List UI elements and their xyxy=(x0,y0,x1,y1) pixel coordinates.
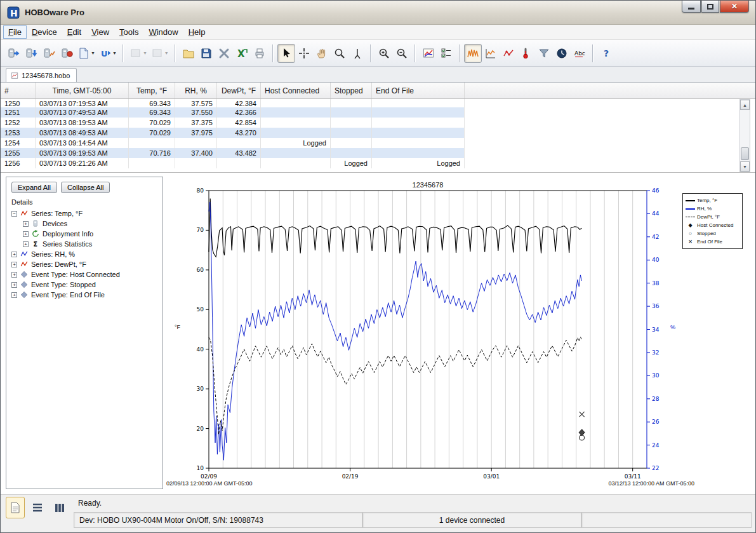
help-button[interactable]: ? xyxy=(597,44,615,63)
expand-node-icon[interactable]: + xyxy=(11,252,17,257)
crosshair-tool-button[interactable] xyxy=(295,44,313,63)
close-button[interactable]: ✕ xyxy=(720,1,749,13)
pointer-tool-button[interactable] xyxy=(277,44,295,63)
recent-files-menu-button[interactable]: ▼ xyxy=(76,44,97,63)
column-header-time[interactable]: Time, GMT-05:00 xyxy=(36,83,129,98)
menu-tools[interactable]: Tools xyxy=(114,25,143,39)
smart-cursor-tool-button[interactable] xyxy=(348,44,366,63)
plot-svg[interactable]: 1020304050607080222426283032343638404244… xyxy=(164,173,753,494)
expand-node-icon[interactable]: + xyxy=(11,272,17,278)
expand-node-icon[interactable]: + xyxy=(11,282,17,288)
zoom-tool-button[interactable] xyxy=(331,44,348,63)
plot-area: 1020304050607080222426283032343638404244… xyxy=(164,173,753,494)
shift-time-button[interactable] xyxy=(553,44,571,63)
menu-help[interactable]: Help xyxy=(183,25,211,39)
cell-time: 03/07/13 08:19:53 AM xyxy=(36,118,129,128)
export-data-button[interactable]: X xyxy=(233,44,251,63)
menu-file[interactable]: File xyxy=(3,25,27,39)
column-header-rh[interactable]: RH, % xyxy=(175,83,217,98)
expand-all-button[interactable]: Expand All xyxy=(11,182,57,193)
table-row[interactable]: 125203/07/13 08:19:53 AM70.02937.37542.8… xyxy=(1,118,465,128)
plot-canvas[interactable]: 1020304050607080222426283032343638404244… xyxy=(164,173,753,494)
open-file-button[interactable] xyxy=(180,44,197,63)
column-header-host[interactable]: Host Connected xyxy=(261,83,331,98)
expand-node-icon[interactable]: + xyxy=(23,241,29,247)
tree-item[interactable]: +Devices xyxy=(11,219,162,229)
scrollbar-thumb[interactable] xyxy=(741,147,749,160)
menu-edit[interactable]: Edit xyxy=(62,25,86,39)
table-row[interactable]: 125303/07/13 08:49:53 AM70.02937.97543.2… xyxy=(1,128,465,138)
tree-item[interactable]: +Event Type: Host Connected xyxy=(11,269,162,280)
zoom-in-icon xyxy=(378,47,390,60)
toolbar-separator xyxy=(459,44,460,62)
column-header-eof[interactable]: End Of File xyxy=(372,83,465,98)
cell-dewpt: 42.384 xyxy=(217,99,261,107)
readout-device-button[interactable] xyxy=(22,44,40,63)
table-row[interactable]: 125503/07/13 09:19:53 AM70.71637.40043.4… xyxy=(1,148,465,158)
scroll-down-button[interactable]: ▼ xyxy=(740,161,750,172)
menu-bar: FileDeviceEditViewToolsWindowHelp xyxy=(1,25,755,40)
table-row[interactable]: 125103/07/13 07:49:53 AM69.34337.55042.3… xyxy=(1,107,465,118)
mark-points-button[interactable] xyxy=(500,44,517,63)
print-button[interactable] xyxy=(251,44,269,63)
tree-item[interactable]: +ΣSeries Statistics xyxy=(11,239,162,249)
view-plot-button[interactable] xyxy=(464,44,482,63)
expand-node-icon[interactable]: + xyxy=(11,292,17,298)
launch-device-button[interactable] xyxy=(4,44,22,63)
maximize-button[interactable] xyxy=(701,1,719,13)
menu-device[interactable]: Device xyxy=(27,25,62,39)
menu-window[interactable]: Window xyxy=(143,25,183,39)
column-header-temp[interactable]: Temp, °F xyxy=(129,83,175,98)
save-file-button[interactable] xyxy=(197,44,215,63)
cell-host xyxy=(261,107,331,118)
tree-item[interactable]: +Deployment Info xyxy=(11,229,162,239)
annotate-button[interactable]: Abc xyxy=(571,44,588,63)
convert-units-button[interactable] xyxy=(517,44,535,63)
cell-dewpt xyxy=(217,138,261,148)
expand-node-icon[interactable]: + xyxy=(23,231,29,237)
legend-label: End Of File xyxy=(697,239,722,245)
select-series-button[interactable] xyxy=(437,44,455,63)
cell-value: 37.375 xyxy=(191,119,213,126)
column-header-dewpt[interactable]: DewPt, °F xyxy=(217,83,261,98)
zoom-out-button[interactable] xyxy=(393,44,411,63)
column-header-stopped[interactable]: Stopped xyxy=(331,83,372,98)
plot-properties-button[interactable] xyxy=(420,44,437,63)
app-icon: H xyxy=(7,6,20,19)
device-intervals-menu-button[interactable]: U▼ xyxy=(97,44,119,63)
pan-tool-button[interactable] xyxy=(313,44,331,63)
table-scrollbar[interactable]: ▲ ▼ xyxy=(739,99,750,172)
column-header-num[interactable]: # xyxy=(1,83,36,98)
minimize-button[interactable] xyxy=(682,1,701,13)
collapse-node-icon[interactable]: − xyxy=(11,211,17,217)
tree-item[interactable]: −Series: Temp, °F xyxy=(11,208,162,219)
zoom-in-button[interactable] xyxy=(375,44,393,63)
svg-text:Σ: Σ xyxy=(33,241,37,248)
cell-temp xyxy=(129,138,175,148)
table-row[interactable]: 125003/07/13 07:19:53 AM69.34337.57542.3… xyxy=(1,99,465,107)
tree-item[interactable]: +Event Type: End Of File xyxy=(11,290,162,300)
expand-node-icon[interactable]: + xyxy=(23,221,29,227)
tree-item[interactable]: +Series: RH, % xyxy=(11,249,162,259)
stop-device-button[interactable] xyxy=(58,44,76,63)
cell-host xyxy=(261,148,331,158)
table-view-button[interactable] xyxy=(28,497,47,518)
plot-view-button[interactable] xyxy=(6,497,25,518)
plot-device-data-button[interactable] xyxy=(40,44,58,63)
axis-start-label: 02/09/13 12:00:00 AM GMT-05:00 xyxy=(166,480,253,487)
split-view-button[interactable] xyxy=(50,497,69,518)
titlebar[interactable]: H HOBOware Pro ✕ xyxy=(1,1,755,25)
window-controls: ✕ xyxy=(681,1,749,13)
menu-view[interactable]: View xyxy=(86,25,114,39)
collapse-all-button[interactable]: Collapse All xyxy=(61,182,110,193)
table-row[interactable]: 125403/07/13 09:14:54 AMLogged xyxy=(1,138,465,148)
table-row[interactable]: 125603/07/13 09:21:26 AMLoggedLogged xyxy=(1,158,465,168)
tree-item[interactable]: +Series: DewPt, °F xyxy=(11,259,162,269)
tab-datafile[interactable]: 12345678.hobo xyxy=(6,68,77,82)
tree-item[interactable]: +Event Type: Stopped xyxy=(11,280,162,290)
overlay-plots-button[interactable] xyxy=(482,44,500,63)
expand-node-icon[interactable]: + xyxy=(11,262,17,267)
scroll-up-button[interactable]: ▲ xyxy=(740,100,750,110)
filter-series-button[interactable] xyxy=(535,44,553,63)
close-file-button[interactable] xyxy=(215,44,233,63)
